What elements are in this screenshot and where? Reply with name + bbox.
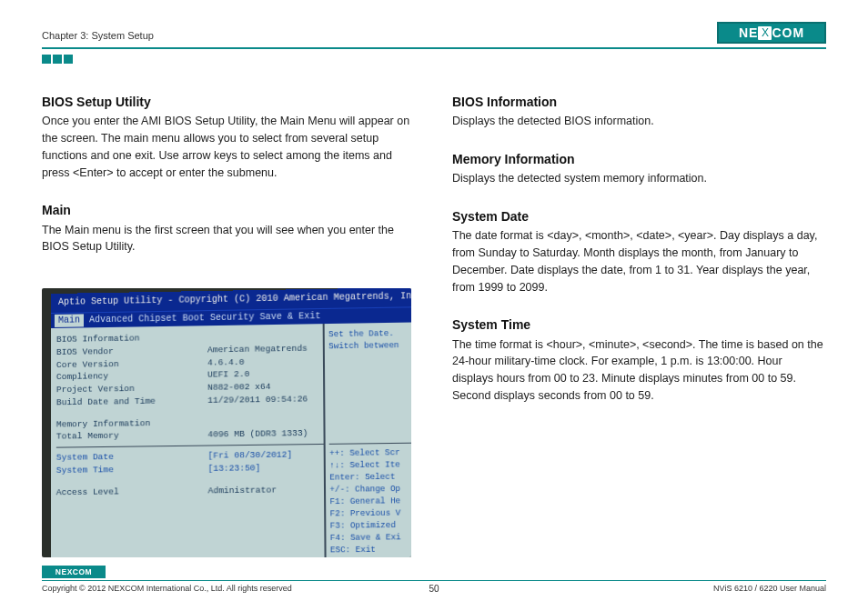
decorative-squares <box>42 55 826 64</box>
bios-value: Administrator <box>208 484 278 497</box>
bios-label: Total Memory <box>56 429 208 444</box>
square-icon <box>64 55 73 64</box>
bios-help: Switch between <box>328 340 411 354</box>
page-footer: NEXCOM Copyright © 2012 NEXCOM Internati… <box>42 566 826 595</box>
bios-value: 11/29/2011 09:54:26 <box>207 393 308 406</box>
bios-label: Access Level <box>56 485 208 499</box>
copyright-text: Copyright © 2012 NEXCOM International Co… <box>42 583 292 595</box>
heading-bios-setup: BIOS Setup Utility <box>42 93 416 111</box>
square-icon <box>42 55 51 64</box>
bios-key: ESC: Exit <box>330 545 411 557</box>
bios-key: F2: Previous V <box>330 508 411 521</box>
bios-tabs-rest: Advanced Chipset Boot Security Save & Ex… <box>89 311 321 325</box>
bios-value: American Megatrends <box>207 342 308 356</box>
para-bios-setup: Once you enter the AMI BIOS Setup Utilit… <box>42 113 416 181</box>
bios-label: System Time <box>56 463 208 477</box>
square-icon <box>53 55 62 64</box>
left-column: BIOS Setup Utility Once you enter the AM… <box>42 93 416 557</box>
footer-divider <box>42 580 826 581</box>
page-number: 50 <box>429 583 439 596</box>
bios-left-pane: BIOS Information BIOS VendorAmerican Meg… <box>51 324 326 557</box>
right-column: BIOS Information Displays the detected B… <box>452 93 826 557</box>
bios-key: ↑↓: Select Ite <box>329 459 411 472</box>
bios-value: UEFI 2.0 <box>207 368 249 382</box>
heading-system-time: System Time <box>452 316 826 334</box>
para-system-date: The date format is <day>, <month>, <date… <box>452 227 826 295</box>
header-divider <box>42 47 826 49</box>
para-main: The Main menu is the first screen that y… <box>42 222 416 256</box>
bios-key: Enter: Select <box>329 472 411 485</box>
logo-text-right: COM <box>772 24 804 42</box>
bios-key: F1: General He <box>330 496 411 508</box>
bios-value: [Fri 08/30/2012] <box>207 449 292 463</box>
heading-system-date: System Date <box>452 207 826 225</box>
heading-memory-info: Memory Information <box>452 150 826 168</box>
bios-right-pane: Set the Date. Switch between ++: Select … <box>324 323 411 558</box>
bios-screenshot: Aptio Setup Utility - Copyright (C) 2010… <box>42 288 411 557</box>
para-memory-info: Displays the detected system memory info… <box>452 170 826 187</box>
footer-logo-text: NEXCOM <box>56 566 92 577</box>
bios-value: [13:23:50] <box>207 462 260 476</box>
heading-main: Main <box>42 201 416 219</box>
bios-value: N882-002 x64 <box>207 381 270 395</box>
heading-bios-info: BIOS Information <box>452 93 826 111</box>
manual-name: NViS 6210 / 6220 User Manual <box>713 583 826 595</box>
footer-logo: NEXCOM <box>42 566 106 578</box>
para-system-time: The time format is <hour>, <minute>, <se… <box>452 336 826 405</box>
bios-key: F3: Optimized <box>330 520 411 533</box>
nexcom-logo: NEXCOM <box>717 22 826 44</box>
bios-value: 4.6.4.0 <box>207 356 244 369</box>
bios-key: ++: Select Scr <box>329 447 411 460</box>
bios-label: Build Date and Time <box>56 395 207 409</box>
bios-key: +/-: Change Op <box>329 484 411 496</box>
chapter-title: Chapter 3: System Setup <box>42 29 154 44</box>
para-bios-info: Displays the detected BIOS information. <box>452 113 826 130</box>
bios-tab-main: Main <box>55 314 84 327</box>
logo-x-icon: X <box>758 26 772 40</box>
bios-value: 4096 MB (DDR3 1333) <box>207 427 308 441</box>
logo-text-left: NE <box>739 24 758 42</box>
bios-key: F4: Save & Exi <box>330 532 411 545</box>
